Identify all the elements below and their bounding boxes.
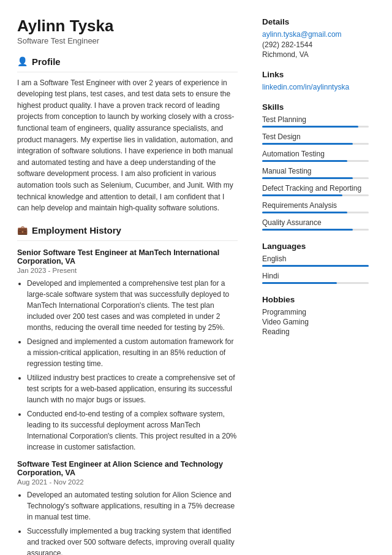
job-title: Software Test Engineer xyxy=(17,36,238,45)
links-section-title: Links xyxy=(262,70,369,79)
skill-label: Test Design xyxy=(262,132,369,141)
skill-item: Automation Testing xyxy=(262,150,369,162)
skill-label: Test Planning xyxy=(262,115,369,124)
skill-bar-bg xyxy=(262,177,369,179)
language-label: English xyxy=(262,255,369,263)
skill-item: Test Design xyxy=(262,132,369,145)
language-label: Hindi xyxy=(262,272,369,280)
profile-divider xyxy=(17,72,238,72)
languages-list: English Hindi xyxy=(262,255,369,284)
employment-icon: 💼 xyxy=(17,225,28,235)
hobbies-section-title: Hobbies xyxy=(262,295,369,304)
job-1-bullets: Developed and implemented a comprehensiv… xyxy=(17,278,238,453)
hobby-item: Programming xyxy=(262,308,369,316)
skill-bar-bg xyxy=(262,212,369,213)
skill-label: Manual Testing xyxy=(262,167,369,175)
skill-item: Manual Testing xyxy=(262,167,369,179)
job-2-bullets: Developed an automated testing solution … xyxy=(17,489,238,555)
skill-bar-fill xyxy=(262,194,342,196)
phone: (292) 282-1544 xyxy=(262,40,369,49)
skill-label: Quality Assurance xyxy=(262,218,369,227)
name: Aylinn Tyska xyxy=(17,17,238,35)
skill-bar-bg xyxy=(262,126,369,128)
linkedin-link[interactable]: linkedin.com/in/aylinntyska xyxy=(262,83,369,91)
skills-list: Test Planning Test Design Automation Tes… xyxy=(262,115,369,231)
email[interactable]: aylinn.tyska@gmail.com xyxy=(262,30,369,39)
languages-section-title: Languages xyxy=(262,242,369,251)
skill-item: Test Planning xyxy=(262,115,369,128)
skill-label: Requirements Analysis xyxy=(262,201,369,210)
job-1: Senior Software Test Engineer at ManTech… xyxy=(17,248,238,453)
language-item: Hindi xyxy=(262,272,369,284)
hobby-item: Video Gaming xyxy=(262,318,369,326)
skill-bar-bg xyxy=(262,143,369,145)
employment-section-title: 💼 Employment History xyxy=(17,225,238,235)
list-item: Developed an automated testing solution … xyxy=(27,489,238,522)
job-2-title: Software Test Engineer at Alion Science … xyxy=(17,460,238,477)
profile-section-title: 👤 Profile xyxy=(17,56,238,67)
skill-item: Quality Assurance xyxy=(262,218,369,231)
language-bar-bg xyxy=(262,265,369,267)
skill-bar-fill xyxy=(262,212,347,213)
skill-item: Requirements Analysis xyxy=(262,201,369,213)
profile-icon: 👤 xyxy=(17,56,28,66)
job-2: Software Test Engineer at Alion Science … xyxy=(17,460,238,555)
job-1-title: Senior Software Test Engineer at ManTech… xyxy=(17,248,238,266)
job-2-dates: Aug 2021 - Nov 2022 xyxy=(17,478,238,486)
resume-container: Aylinn Tyska Software Test Engineer 👤 Pr… xyxy=(0,0,392,555)
skill-bar-fill xyxy=(262,143,353,145)
list-item: Conducted end-to-end testing of a comple… xyxy=(27,408,238,453)
hobbies-list: ProgrammingVideo GamingReading xyxy=(262,308,369,336)
job-1-dates: Jan 2023 - Present xyxy=(17,267,238,274)
location: Richmond, VA xyxy=(262,50,369,59)
skill-bar-fill xyxy=(262,126,358,128)
right-column: Details aylinn.tyska@gmail.com (292) 282… xyxy=(251,0,380,555)
left-column: Aylinn Tyska Software Test Engineer 👤 Pr… xyxy=(0,0,251,555)
list-item: Successfully implemented a bug tracking … xyxy=(27,526,238,555)
skill-bar-bg xyxy=(262,194,369,196)
employment-divider xyxy=(17,240,238,241)
list-item: Utilized industry best practices to crea… xyxy=(27,372,238,405)
profile-text: I am a Software Test Engineer with over … xyxy=(17,77,238,214)
skills-section-title: Skills xyxy=(262,102,369,112)
skill-bar-fill xyxy=(262,229,353,231)
skill-bar-bg xyxy=(262,229,369,231)
language-bar-fill xyxy=(262,265,369,267)
skill-bar-bg xyxy=(262,160,369,162)
hobby-item: Reading xyxy=(262,327,369,336)
list-item: Developed and implemented a comprehensiv… xyxy=(27,278,238,333)
skill-item: Defect Tracking and Reporting xyxy=(262,184,369,196)
list-item: Designed and implemented a custom automa… xyxy=(27,336,238,369)
skill-label: Automation Testing xyxy=(262,150,369,158)
skill-bar-fill xyxy=(262,160,347,162)
details-section-title: Details xyxy=(262,17,369,26)
skill-label: Defect Tracking and Reporting xyxy=(262,184,369,193)
language-item: English xyxy=(262,255,369,267)
skill-bar-fill xyxy=(262,177,353,179)
language-bar-bg xyxy=(262,282,369,284)
language-bar-fill xyxy=(262,282,337,284)
